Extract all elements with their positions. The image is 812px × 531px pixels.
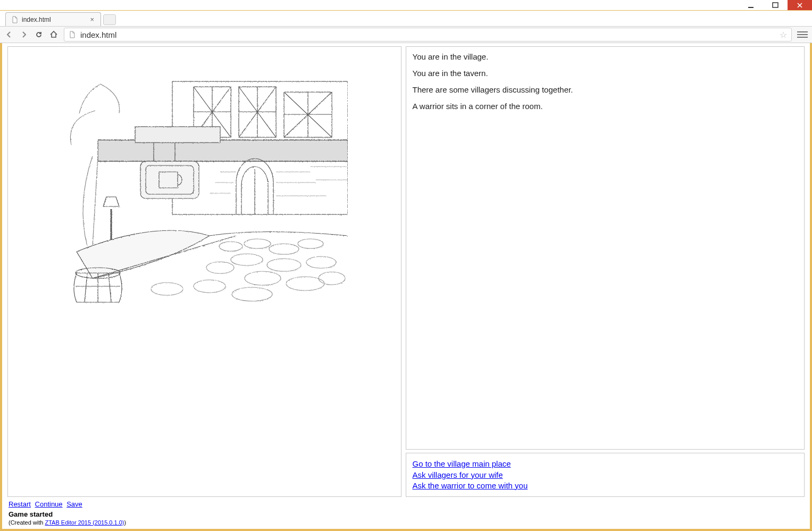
choice-link[interactable]: Go to the village main place <box>413 459 511 469</box>
bookmark-star-icon[interactable]: ☆ <box>780 30 787 40</box>
window-close-button[interactable] <box>788 0 812 10</box>
credit-prefix: (Created with <box>9 519 45 526</box>
reload-button[interactable] <box>34 30 44 39</box>
story-line: You are in the village. <box>413 52 798 61</box>
footer-links: Restart Continue Save <box>9 500 803 508</box>
credit-suffix: ) <box>124 519 126 526</box>
credit-link[interactable]: ZTAB Editor 2015 (2015.0.1.0) <box>45 519 124 526</box>
new-tab-button[interactable] <box>103 14 116 25</box>
svg-point-31 <box>306 256 336 268</box>
browser-tabstrip: index.html × <box>0 11 812 26</box>
svg-rect-18 <box>135 127 220 143</box>
save-link[interactable]: Save <box>66 500 82 508</box>
window-minimize-button[interactable] <box>739 0 763 10</box>
svg-point-28 <box>298 239 323 248</box>
continue-link[interactable]: Continue <box>35 500 63 508</box>
tab-title: index.html <box>22 16 51 23</box>
svg-point-32 <box>206 262 234 273</box>
choice-link[interactable]: Ask villagers for your wife <box>413 470 503 480</box>
browser-tab[interactable]: index.html × <box>5 12 101 26</box>
url-text: index.html <box>80 30 116 39</box>
file-icon <box>69 31 76 38</box>
svg-point-33 <box>245 271 281 285</box>
window-titlebar <box>0 0 812 11</box>
svg-point-27 <box>269 244 299 254</box>
window-maximize-button[interactable] <box>763 0 788 10</box>
story-line: You are in the tavern. <box>413 69 798 78</box>
choices-panel: Go to the village main place Ask village… <box>406 453 805 497</box>
page-viewport: You are in the village. You are in the t… <box>0 43 812 531</box>
svg-rect-1 <box>773 3 778 7</box>
svg-point-38 <box>319 272 345 285</box>
right-column: You are in the village. You are in the t… <box>406 46 805 497</box>
svg-point-37 <box>151 283 183 295</box>
svg-point-35 <box>194 280 225 293</box>
svg-rect-3 <box>98 140 348 161</box>
game-area: You are in the village. You are in the t… <box>7 46 805 497</box>
svg-point-30 <box>267 259 301 271</box>
back-button[interactable] <box>4 30 14 39</box>
address-bar[interactable]: index.html ☆ <box>64 28 792 42</box>
status-text: Game started <box>9 510 803 518</box>
home-button[interactable] <box>49 30 58 39</box>
svg-point-25 <box>219 242 242 251</box>
story-line: There are some villagers discussing toge… <box>413 85 798 94</box>
svg-rect-21 <box>140 161 199 198</box>
browser-window: index.html × index.html ☆ <box>0 0 812 531</box>
svg-point-36 <box>232 287 272 301</box>
svg-point-26 <box>244 239 271 248</box>
tab-close-button[interactable]: × <box>89 15 95 23</box>
restart-link[interactable]: Restart <box>9 500 31 508</box>
credit-line: (Created with ZTAB Editor 2015 (2015.0.1… <box>9 519 803 526</box>
forward-button[interactable] <box>19 30 29 39</box>
svg-rect-0 <box>748 7 754 8</box>
page-footer: Restart Continue Save Game started (Crea… <box>7 497 805 527</box>
browser-toolbar: index.html ☆ <box>0 26 812 43</box>
game-page: You are in the village. You are in the t… <box>2 43 810 529</box>
story-line: A warrior sits in a corner of the room. <box>413 102 798 111</box>
svg-point-29 <box>231 254 263 266</box>
scene-illustration <box>61 76 348 305</box>
story-panel: You are in the village. You are in the t… <box>406 46 805 450</box>
browser-menu-button[interactable] <box>797 29 808 40</box>
scene-panel <box>7 46 401 497</box>
choice-link[interactable]: Ask the warrior to come with you <box>413 480 528 491</box>
file-icon <box>11 16 19 23</box>
